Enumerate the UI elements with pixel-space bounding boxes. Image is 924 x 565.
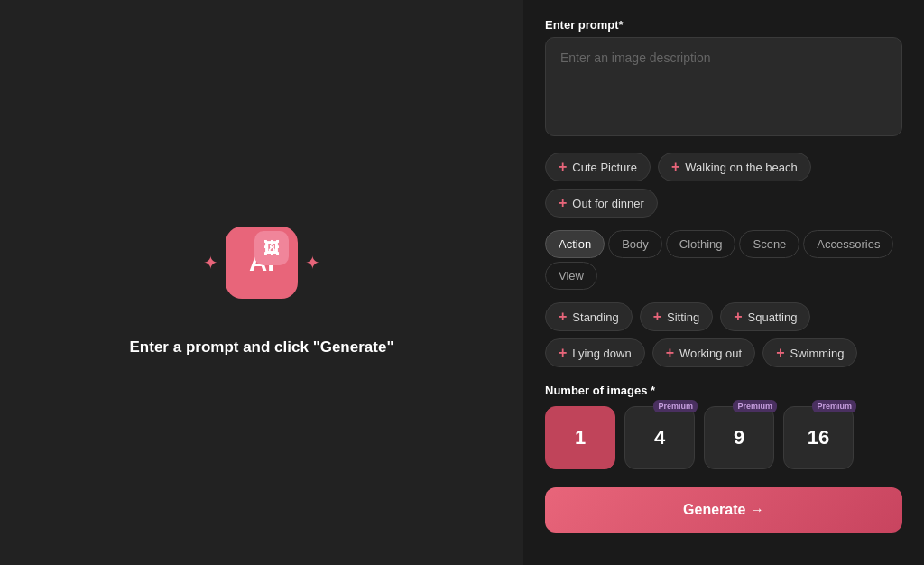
chip-walking-beach[interactable]: + Walking on the beach [658, 153, 811, 181]
count-box-4[interactable]: Premium 4 [624, 406, 695, 469]
chip-label: Out for dinner [572, 197, 644, 210]
prompt-input[interactable] [545, 37, 902, 136]
chip-squatting[interactable]: + Squatting [720, 302, 810, 331]
plus-icon: + [559, 310, 567, 324]
count-box-1[interactable]: 1 [545, 406, 615, 469]
count-value: 4 [654, 426, 665, 449]
generate-button[interactable]: Generate → [545, 487, 902, 533]
plus-icon: + [666, 346, 674, 360]
chip-sitting[interactable]: + Sitting [640, 302, 713, 331]
sparkle-right-icon: ✦ [305, 252, 320, 273]
suggestion-chips: + Cute Picture + Walking on the beach + … [545, 153, 902, 218]
count-value: 16 [808, 426, 829, 449]
count-value: 1 [575, 426, 586, 449]
chip-working-out[interactable]: + Working out [652, 338, 755, 367]
plus-icon: + [559, 160, 567, 174]
action-chips: + Standing + Sitting + Squatting + Lying… [545, 302, 902, 367]
premium-badge: Premium [733, 400, 777, 412]
chip-label: Standing [572, 310, 618, 324]
tab-clothing[interactable]: Clothing [666, 230, 736, 258]
tab-body[interactable]: Body [608, 230, 662, 258]
count-box-16[interactable]: Premium 16 [783, 406, 854, 469]
chip-lying-down[interactable]: + Lying down [545, 338, 645, 367]
right-panel: Enter prompt* + Cute Picture + Walking o… [523, 0, 924, 565]
chip-label: Sitting [667, 310, 699, 324]
category-tabs: Action Body Clothing Scene Accessories V… [545, 230, 902, 290]
chip-label: Cute Picture [572, 161, 637, 174]
generate-label: Generate → [683, 502, 764, 518]
chip-label: Lying down [572, 347, 631, 360]
prompt-section: Enter prompt* [545, 18, 902, 140]
num-images-section: Number of images * 1 Premium 4 Premium 9… [545, 384, 902, 469]
tab-accessories[interactable]: Accessories [803, 230, 893, 258]
premium-badge: Premium [812, 400, 856, 412]
chip-cute-picture[interactable]: + Cute Picture [545, 153, 651, 181]
plus-icon: + [776, 346, 784, 360]
count-value: 9 [734, 426, 744, 449]
ai-badge: AI [226, 227, 298, 299]
sparkle-left-icon: ✦ [203, 252, 218, 273]
chip-label: Walking on the beach [685, 161, 798, 174]
image-count-row: 1 Premium 4 Premium 9 Premium 16 [545, 406, 902, 469]
left-panel: ✦ AI ✦ Enter a prompt and click "Generat… [0, 0, 523, 565]
plus-icon: + [559, 196, 567, 210]
num-images-label: Number of images * [545, 384, 902, 397]
chip-standing[interactable]: + Standing [545, 302, 633, 331]
chip-label: Squatting [748, 310, 798, 324]
chip-out-for-dinner[interactable]: + Out for dinner [545, 189, 658, 218]
tab-scene[interactable]: Scene [739, 230, 799, 258]
tab-action[interactable]: Action [545, 230, 605, 258]
plus-icon: + [671, 160, 679, 174]
prompt-label: Enter prompt* [545, 18, 902, 32]
prompt-hint-text: Enter a prompt and click "Generate" [130, 338, 394, 357]
ai-logo: ✦ AI ✦ [199, 208, 325, 317]
tab-view[interactable]: View [545, 262, 597, 290]
premium-badge: Premium [653, 400, 698, 412]
image-icon [254, 231, 289, 265]
chip-swimming[interactable]: + Swimming [762, 338, 857, 367]
plus-icon: + [734, 310, 742, 324]
plus-icon: + [559, 346, 567, 360]
chip-label: Working out [679, 347, 742, 360]
count-box-9[interactable]: Premium 9 [704, 406, 774, 469]
chip-label: Swimming [790, 347, 844, 360]
plus-icon: + [653, 310, 661, 324]
